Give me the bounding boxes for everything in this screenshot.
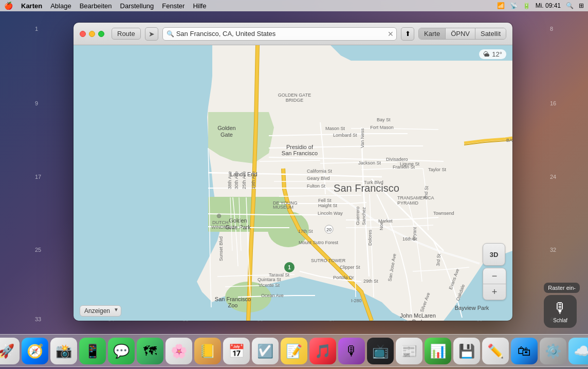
svg-text:Dolores: Dolores <box>368 229 373 246</box>
battery-icon: 🔋 <box>523 2 530 9</box>
minimize-button[interactable] <box>89 31 95 37</box>
apple-menu[interactable]: 🍎 <box>4 2 13 10</box>
dock-icon-podcasts[interactable]: 🎙 <box>338 338 365 364</box>
microphone-icon: 🎙 <box>553 300 567 317</box>
svg-text:MUSEUM: MUSEUM <box>273 205 293 210</box>
route-button[interactable]: Route <box>112 28 141 40</box>
weather-badge: 🌥 12° <box>479 49 506 59</box>
svg-text:30th Ave: 30th Ave <box>234 171 239 189</box>
dock-icon-photos[interactable]: 🌸 <box>166 338 192 364</box>
search-clear-button[interactable]: ✕ <box>388 30 394 38</box>
share-button[interactable]: ⬆ <box>401 27 414 41</box>
svg-text:Haight St: Haight St <box>318 203 338 208</box>
svg-text:3rd St: 3rd St <box>435 253 442 266</box>
svg-text:Bayview Park: Bayview Park <box>455 305 489 311</box>
search-input[interactable] <box>162 27 397 41</box>
dock-icon-news[interactable]: 📰 <box>396 338 422 364</box>
map-svg: San Francisco Golden Gate Lands End Pres… <box>74 45 512 321</box>
dock-icon-reminders[interactable]: ☑️ <box>252 338 279 364</box>
svg-text:Bay St: Bay St <box>377 117 391 122</box>
svg-text:Jackson St: Jackson St <box>358 160 381 165</box>
dock-icon-feedback[interactable]: ✏️ <box>482 338 509 364</box>
svg-text:⊕: ⊕ <box>216 212 222 219</box>
menubar-fenster[interactable]: Fenster <box>162 2 185 10</box>
controlcenter-icon[interactable]: ⊞ <box>579 2 584 9</box>
dock-icon-facetime[interactable]: 📱 <box>79 338 106 364</box>
zoom-out-button[interactable]: − <box>483 268 506 284</box>
dock-icon-systemprefs[interactable]: ⚙️ <box>540 338 566 364</box>
svg-text:California St: California St <box>307 169 333 174</box>
svg-text:I-280: I-280 <box>351 298 362 303</box>
svg-text:Divisadero: Divisadero <box>386 157 408 162</box>
zoom-group: − + <box>483 268 506 300</box>
dock-icon-appstore[interactable]: 🛍 <box>511 338 538 364</box>
dock-icon-messages[interactable]: 💬 <box>108 338 135 364</box>
svg-text:Zoo: Zoo <box>228 302 238 308</box>
svg-text:Mason St: Mason St <box>325 126 345 131</box>
svg-text:Quintara St: Quintara St <box>258 277 281 282</box>
close-button[interactable] <box>80 31 86 37</box>
dock: 🚀🧭📸📱💬🗺🌸📒📅☑️📝🎵🎙📺📰📊💾✏️🛍⚙️☁️🗑 <box>0 334 588 367</box>
svg-text:BRIDGE: BRIDGE <box>286 98 304 103</box>
dock-icon-launchpad[interactable]: 🚀 <box>0 338 20 364</box>
dock-icon-migration[interactable]: 💾 <box>453 338 480 364</box>
svg-text:Fulton St: Fulton St <box>307 183 326 189</box>
map-type-group: Karte ÖPNV Satellit <box>418 28 506 40</box>
svg-text:John McLaren: John McLaren <box>400 312 436 319</box>
svg-text:GOLDEN GATE: GOLDEN GATE <box>278 93 311 98</box>
svg-text:1: 1 <box>288 265 291 270</box>
dock-icon-cloudmounter[interactable]: ☁️ <box>568 338 588 364</box>
svg-text:Portola Dr: Portola Dr <box>333 275 354 280</box>
dock-icon-photos-alt[interactable]: 📸 <box>50 338 77 364</box>
raster-mic-container[interactable]: 🎙 Schlaf <box>544 295 577 328</box>
svg-text:Mount Sutro Forest: Mount Sutro Forest <box>299 240 339 245</box>
maps-content[interactable]: San Francisco Golden Gate Lands End Pres… <box>74 45 512 321</box>
dock-icon-notes[interactable]: 📝 <box>281 338 307 364</box>
3d-button[interactable]: 3D <box>483 243 505 266</box>
maps-toolbar: Route ➤ 🔍 ✕ ⬆ Karte ÖPNV Satellit <box>74 23 512 45</box>
search-menubar-icon[interactable]: 🔍 <box>566 2 574 9</box>
share-icon: ⬆ <box>405 30 411 38</box>
svg-text:Park: Park <box>412 319 424 321</box>
traffic-lights <box>80 31 104 37</box>
menubar-darstellung[interactable]: Darstellung <box>120 2 154 10</box>
svg-text:Noe: Noe <box>379 222 384 230</box>
zoom-in-button[interactable]: + <box>483 284 506 300</box>
menubar-hilfe[interactable]: Hilfe <box>193 2 206 10</box>
wifi-icon: 📶 <box>497 2 505 9</box>
dock-icon-calendar[interactable]: 📅 <box>223 338 250 364</box>
svg-text:38th Ave: 38th Ave <box>227 171 232 189</box>
anzeigen-select[interactable]: Anzeigen Verkehr Fahrrad <box>80 305 121 317</box>
dock-icon-contacts[interactable]: 📒 <box>194 338 221 364</box>
svg-text:Van Ness: Van Ness <box>360 128 365 148</box>
dock-icon-safari[interactable]: 🧭 <box>22 338 48 364</box>
svg-text:WINDMILL: WINDMILL <box>211 225 234 230</box>
menubar-app-name[interactable]: Karten <box>21 2 42 10</box>
weather-icon: 🌥 <box>483 50 490 58</box>
dock-icon-appletv[interactable]: 📺 <box>367 338 394 364</box>
svg-text:San Francisco: San Francisco <box>215 296 251 302</box>
dock-icon-numbers[interactable]: 📊 <box>425 338 451 364</box>
svg-text:TRANSAMERICA: TRANSAMERICA <box>397 195 434 200</box>
anzeigen-dropdown: Anzeigen Verkehr Fahrrad ▼ <box>80 305 121 317</box>
svg-text:29th St: 29th St <box>363 279 378 284</box>
svg-text:Golden: Golden <box>229 217 247 224</box>
map-type-oepnv[interactable]: ÖPNV <box>446 28 475 39</box>
menubar-ablage[interactable]: Ablage <box>50 2 71 10</box>
svg-text:Presidio of: Presidio of <box>286 144 314 150</box>
svg-text:Clipper St: Clipper St <box>340 265 360 270</box>
svg-text:Turk Blvd: Turk Blvd <box>364 180 383 185</box>
menubar: 🍎 Karten Ablage Bearbeiten Darstellung F… <box>0 0 588 11</box>
dock-icon-music[interactable]: 🎵 <box>309 338 336 364</box>
maximize-button[interactable] <box>98 31 104 37</box>
raster-panel: Raster ein- 🎙 Schlaf <box>544 283 580 328</box>
map-type-satellit[interactable]: Satellit <box>475 28 506 39</box>
direction-icon: ➤ <box>149 30 155 38</box>
map-type-karte[interactable]: Karte <box>419 28 446 39</box>
direction-button[interactable]: ➤ <box>145 27 158 41</box>
svg-text:Townsend: Townsend <box>433 211 454 216</box>
menubar-bearbeiten[interactable]: Bearbeiten <box>80 2 112 10</box>
svg-text:Lincoln Way: Lincoln Way <box>318 211 343 216</box>
dock-icon-maps[interactable]: 🗺 <box>137 338 163 364</box>
search-icon: 🔍 <box>167 30 174 38</box>
